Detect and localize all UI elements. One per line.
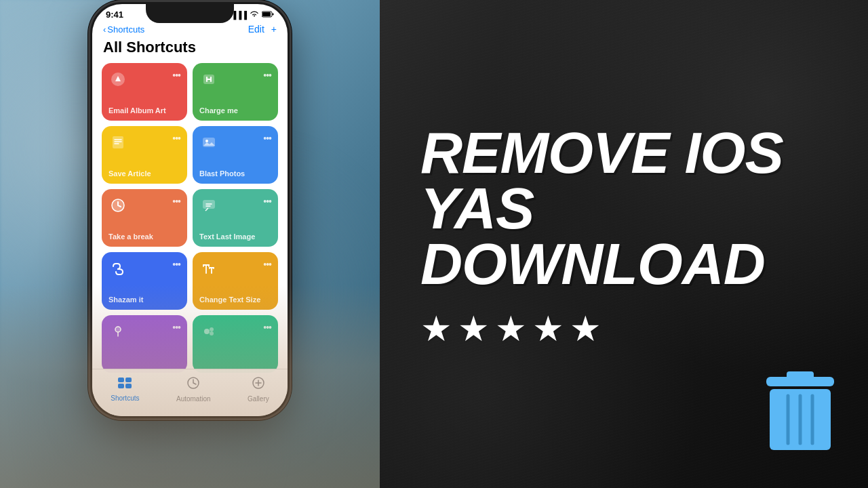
nav-actions: Edit + [248, 24, 277, 35]
more-dots-icon[interactable]: ••• [263, 70, 271, 81]
shortcut-label: Text Last Image [199, 232, 271, 241]
star-1: ★ [420, 308, 452, 349]
shortcut-icon [199, 196, 218, 215]
more-dots-icon[interactable]: ••• [172, 70, 180, 81]
title-line-2: YAS DOWNLOAD [420, 181, 827, 291]
more-dots-icon[interactable]: ••• [172, 133, 180, 144]
svg-point-7 [205, 140, 208, 142]
more-dots-icon[interactable]: ••• [263, 133, 271, 144]
card-top: ••• [108, 133, 180, 152]
shortcuts-title: All Shortcuts [102, 39, 278, 56]
card-top: ••• [199, 259, 271, 278]
card-top: ••• [108, 259, 180, 278]
svg-rect-5 [113, 136, 123, 148]
star-4: ★ [532, 308, 564, 349]
card-top: ••• [199, 133, 271, 152]
shortcut-save-article[interactable]: ••• Save Article [102, 126, 187, 184]
add-button[interactable]: + [271, 24, 277, 35]
more-dots-icon[interactable]: ••• [263, 259, 271, 270]
hand-background [0, 285, 380, 488]
shortcut-take-a-break[interactable]: ••• Take a break [102, 189, 187, 247]
shortcut-label: Email Album Art [108, 106, 180, 115]
shortcut-icon [108, 133, 127, 152]
card-top: ••• [199, 70, 271, 89]
shortcut-charge-me[interactable]: ••• Charge me [193, 63, 278, 121]
chevron-left-icon: ‹ [103, 24, 106, 35]
shortcut-icon [199, 259, 218, 278]
shortcut-email-album-art[interactable]: ••• Email Album Art [102, 63, 187, 121]
title-line-1: REMOVE IOS [420, 125, 827, 181]
shortcut-label: Take a break [108, 232, 180, 241]
shortcut-label: Blast Photos [199, 169, 271, 178]
nav-bar: ‹ Shortcuts Edit + [92, 21, 288, 39]
more-dots-icon[interactable]: ••• [172, 259, 180, 270]
shortcut-text-last-image[interactable]: ••• Text Last Image [193, 189, 278, 247]
more-dots-icon[interactable]: ••• [263, 196, 271, 207]
left-panel: 9:41 ▐▐▐ [0, 0, 380, 488]
right-panel: REMOVE IOS YAS DOWNLOAD ★ ★ ★ ★ ★ [380, 0, 868, 488]
star-2: ★ [458, 308, 490, 349]
status-icons: ▐▐▐ [231, 11, 274, 19]
nav-back-label: Shortcuts [107, 24, 144, 35]
card-top: ••• [199, 196, 271, 215]
shortcut-label: Charge me [199, 106, 271, 115]
shortcut-icon [108, 196, 127, 215]
star-3: ★ [495, 308, 527, 349]
shortcut-label: Save Article [108, 169, 180, 178]
star-5: ★ [570, 308, 601, 349]
stars-row: ★ ★ ★ ★ ★ [420, 308, 827, 349]
shortcut-icon [108, 259, 127, 278]
main-title: REMOVE IOS YAS DOWNLOAD [420, 125, 827, 291]
shortcut-icon [199, 70, 218, 89]
shortcut-icon [108, 70, 127, 89]
right-content: REMOVE IOS YAS DOWNLOAD ★ ★ ★ ★ ★ [420, 125, 827, 362]
edit-button[interactable]: Edit [248, 24, 264, 35]
svg-rect-21 [787, 371, 814, 380]
shortcut-blast-photos[interactable]: ••• Blast Photos [193, 126, 278, 184]
wifi-icon [250, 11, 259, 19]
svg-rect-1 [262, 12, 271, 16]
card-top: ••• [108, 196, 180, 215]
svg-rect-2 [273, 13, 274, 15]
battery-icon [262, 11, 274, 19]
more-dots-icon[interactable]: ••• [172, 196, 180, 207]
nav-back[interactable]: ‹ Shortcuts [103, 24, 144, 35]
shortcut-icon [199, 133, 218, 152]
phone-notch [146, 4, 234, 23]
trash-icon [760, 370, 841, 458]
status-time: 9:41 [106, 9, 123, 20]
card-top: ••• [108, 70, 180, 89]
trash-icon-container [760, 370, 841, 461]
